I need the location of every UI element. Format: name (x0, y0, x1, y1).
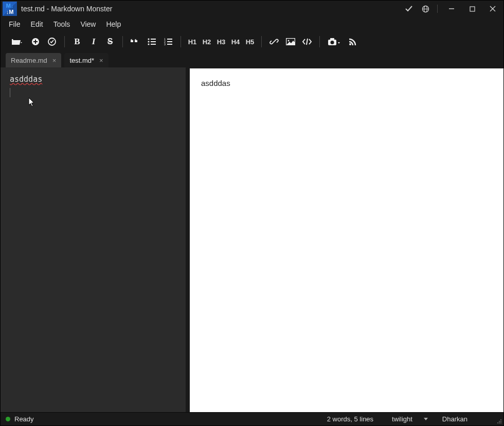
svg-point-31 (500, 421, 501, 422)
italic-button[interactable]: I (85, 33, 102, 50)
toolbar-separator (181, 36, 181, 47)
globe-icon[interactable] (421, 4, 430, 13)
preview-pane: asdddas (190, 68, 503, 412)
h3-button[interactable]: H3 (214, 38, 228, 46)
toolbar-separator (122, 36, 123, 47)
mouse-cursor-icon (28, 97, 35, 108)
tabstrip: Readme.md × test.md* × (1, 52, 503, 67)
svg-point-24 (288, 40, 290, 42)
menu-tools[interactable]: Tools (48, 18, 76, 30)
tab-readme[interactable]: Readme.md × (6, 53, 61, 67)
h1-button[interactable]: H1 (185, 38, 200, 46)
toolbar-separator (261, 36, 262, 47)
svg-rect-20 (167, 41, 172, 42)
svg-rect-26 (330, 38, 334, 40)
editor-content: asdddas (10, 75, 42, 84)
svg-rect-12 (151, 39, 156, 40)
svg-rect-14 (151, 41, 156, 42)
svg-rect-18 (167, 39, 172, 40)
bullet-list-button[interactable] (143, 33, 160, 50)
svg-point-27 (331, 41, 334, 44)
toolbar-separator (319, 36, 320, 47)
svg-point-15 (148, 43, 149, 45)
strikethrough-button[interactable]: S (102, 33, 118, 50)
maximize-button[interactable] (465, 3, 479, 14)
save-button[interactable] (44, 33, 60, 50)
preview-content: asdddas (201, 79, 492, 87)
toolbar: B I S 123 H1 H2 H3 H4 H5 (1, 31, 503, 52)
svg-point-32 (497, 422, 498, 423)
preview-theme-dropdown[interactable]: Dharkan (437, 415, 498, 423)
svg-rect-22 (167, 44, 172, 45)
numbered-list-button[interactable]: 123 (160, 33, 176, 50)
syntax-theme-dropdown[interactable]: twilight (387, 415, 433, 423)
minimize-button[interactable] (445, 3, 458, 14)
h2-button[interactable]: H2 (200, 38, 214, 46)
menubar: File Edit Tools View Help (1, 17, 503, 31)
h4-button[interactable]: H4 (228, 38, 243, 46)
tab-label: test.md* (69, 57, 94, 64)
new-button[interactable] (27, 33, 44, 50)
tab-test[interactable]: test.md* × (64, 53, 108, 67)
chevron-down-icon (424, 418, 428, 420)
menu-edit[interactable]: Edit (26, 18, 48, 30)
app-logo: M↓↓M (3, 2, 17, 16)
status-state: Ready (14, 415, 34, 423)
window-title: test.md - Markdown Monster (21, 5, 404, 13)
svg-text:3: 3 (164, 43, 166, 45)
status-stats: 2 words, 5 lines (318, 415, 383, 423)
svg-point-33 (499, 422, 500, 423)
svg-point-11 (148, 38, 149, 40)
link-button[interactable] (266, 33, 282, 50)
quote-button[interactable] (127, 33, 143, 50)
text-cursor (10, 88, 10, 97)
editor-pane[interactable]: asdddas (1, 67, 186, 412)
screenshot-dropdown-button[interactable] (324, 33, 345, 50)
code-button[interactable] (299, 33, 315, 50)
preview-theme-label: Dharkan (442, 415, 467, 423)
svg-rect-4 (470, 7, 475, 11)
rss-button[interactable] (345, 33, 361, 50)
svg-rect-16 (151, 44, 156, 45)
open-dropdown-button[interactable] (7, 33, 27, 50)
statusbar: Ready 2 words, 5 lines twilight Dharkan (1, 412, 503, 425)
resize-grip-icon[interactable] (497, 419, 502, 424)
svg-point-34 (500, 422, 501, 423)
content-area: asdddas asdddas (1, 67, 503, 412)
titlebar: M↓↓M test.md - Markdown Monster (1, 1, 503, 17)
check-icon[interactable] (404, 4, 413, 13)
syntax-theme-label: twilight (392, 415, 412, 423)
status-indicator-icon (6, 417, 10, 421)
close-button[interactable] (486, 3, 499, 14)
image-button[interactable] (282, 33, 299, 50)
menu-file[interactable]: File (4, 18, 26, 30)
svg-point-28 (349, 43, 351, 45)
tab-close-icon[interactable]: × (52, 57, 57, 64)
svg-point-13 (148, 41, 149, 42)
tab-label: Readme.md (11, 57, 47, 64)
svg-point-29 (500, 419, 501, 420)
svg-point-30 (499, 421, 500, 422)
menu-help[interactable]: Help (101, 18, 126, 30)
menu-view[interactable]: View (75, 18, 101, 30)
bold-button[interactable]: B (69, 33, 85, 50)
tab-close-icon[interactable]: × (99, 57, 103, 64)
h5-button[interactable]: H5 (243, 38, 257, 46)
toolbar-separator (64, 36, 65, 47)
